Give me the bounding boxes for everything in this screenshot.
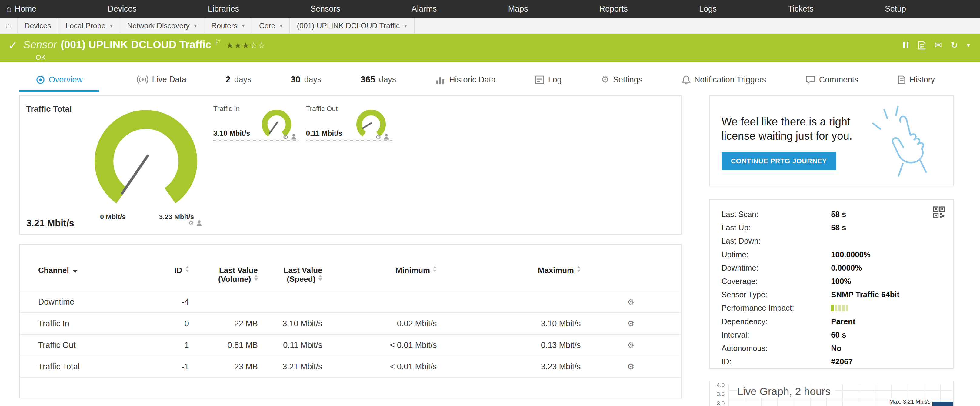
- flag-icon[interactable]: ⚐: [215, 36, 221, 48]
- live-graph-y-axis: 4.0 3.5 3.0: [713, 381, 725, 406]
- gauge-action-icons: ⚙: [375, 133, 389, 140]
- crumb-label: Network Discovery: [127, 22, 189, 30]
- status-check-icon: ✓: [8, 39, 18, 62]
- sensor-kind-label: Sensor: [23, 38, 57, 51]
- column-header-last-value-volume[interactable]: Last Value (Volume): [189, 263, 258, 291]
- tab-label: Overview: [49, 75, 83, 84]
- nav-reports[interactable]: Reports: [600, 4, 628, 14]
- tab-365-days[interactable]: 365 days: [360, 75, 398, 92]
- channel-settings-icon[interactable]: ⚙: [627, 298, 635, 307]
- report-icon[interactable]: [918, 41, 926, 50]
- nav-devices[interactable]: Devices: [108, 4, 136, 14]
- tab-log[interactable]: Log: [534, 75, 563, 92]
- nav-maps[interactable]: Maps: [508, 4, 528, 14]
- breadcrumb-routers[interactable]: Routers ▾: [204, 18, 252, 33]
- tab-live-data[interactable]: Live Data: [136, 75, 188, 92]
- nav-logs[interactable]: Logs: [699, 4, 717, 14]
- nav-tickets[interactable]: Tickets: [788, 4, 814, 14]
- overview-icon: [36, 75, 45, 84]
- user-icon[interactable]: [291, 134, 297, 140]
- chevron-down-icon[interactable]: ▾: [967, 41, 970, 49]
- cell-maximum: 3.10 Mbit/s: [437, 313, 581, 334]
- breadcrumb-devices[interactable]: Devices: [18, 18, 59, 33]
- gear-icon[interactable]: ⚙: [188, 220, 194, 227]
- tab-label: Historic Data: [449, 75, 496, 84]
- table-row-traffic-in[interactable]: Traffic In 0 22 MB 3.10 Mbit/s 0.02 Mbit…: [20, 313, 681, 334]
- column-header-id[interactable]: ID: [164, 263, 189, 291]
- sensor-title: (001) UPLINK DCLOUD Traffic: [60, 38, 211, 51]
- sort-icon: [318, 275, 322, 281]
- promo-line1: We feel like there is a right: [722, 115, 850, 128]
- tab-2-days[interactable]: 2 days: [224, 75, 253, 92]
- column-header-minimum[interactable]: Minimum: [322, 263, 437, 291]
- nav-sensors[interactable]: Sensors: [310, 4, 340, 14]
- column-header-maximum[interactable]: Maximum: [437, 263, 581, 291]
- detail-row-interval: Interval:60 s: [722, 328, 953, 341]
- detail-row-last-up: Last Up:58 s: [722, 221, 953, 234]
- channel-settings-icon[interactable]: ⚙: [627, 341, 635, 350]
- tab-notification-triggers[interactable]: Notification Triggers: [681, 75, 768, 92]
- y-tick: 3.0: [713, 400, 725, 406]
- tab-comments[interactable]: Comments: [804, 75, 860, 92]
- priority-stars[interactable]: ★★★☆☆: [226, 40, 266, 52]
- qr-code-icon[interactable]: [933, 206, 945, 218]
- hand-illustration: [868, 103, 949, 182]
- promo-text: We feel like there is a right license wa…: [722, 115, 853, 143]
- breadcrumb: ⌂ Devices Local Probe ▾ Network Discover…: [0, 18, 980, 34]
- promo-line2: license waiting just for you.: [722, 130, 853, 142]
- tab-historic-data[interactable]: Historic Data: [434, 75, 497, 92]
- nav-setup[interactable]: Setup: [885, 4, 906, 14]
- crumb-label: Devices: [25, 22, 51, 30]
- gauge-out-value: 0.11 Mbit/s: [306, 129, 342, 138]
- detail-row-last-scan: Last Scan:58 s: [722, 208, 953, 221]
- gear-icon: ⚙: [601, 75, 609, 84]
- column-header-last-value-speed[interactable]: Last Value (Speed): [258, 263, 323, 291]
- stars-filled: ★★★: [226, 41, 250, 50]
- refresh-icon[interactable]: ↻: [951, 41, 958, 50]
- tab-settings[interactable]: ⚙ Settings: [600, 75, 644, 92]
- nav-home[interactable]: ⌂ Home: [6, 4, 37, 14]
- crumb-label: Routers: [211, 22, 237, 30]
- user-icon[interactable]: [196, 220, 202, 226]
- pause-button[interactable]: [902, 40, 910, 51]
- column-header-channel[interactable]: Channel: [20, 263, 164, 291]
- detail-row-last-down: Last Down:: [722, 234, 953, 248]
- cell-maximum: [437, 291, 581, 313]
- tab-overview[interactable]: Overview: [19, 75, 99, 92]
- breadcrumb-core[interactable]: Core ▾: [252, 18, 290, 33]
- table-row-traffic-out[interactable]: Traffic Out 1 0.81 MB 0.11 Mbit/s < 0.01…: [20, 334, 681, 356]
- user-icon[interactable]: [383, 134, 390, 140]
- column-label: Channel: [38, 266, 69, 274]
- channel-settings-icon[interactable]: ⚙: [627, 319, 635, 328]
- detail-row-uptime: Uptime:100.0000%: [722, 248, 953, 261]
- gear-icon[interactable]: ⚙: [375, 133, 381, 140]
- comment-icon: [805, 75, 815, 84]
- breadcrumb-network-discovery[interactable]: Network Discovery ▾: [120, 18, 205, 33]
- gear-icon[interactable]: ⚙: [283, 133, 288, 140]
- gauges-panel: Traffic Total 0 Mbit/s 3.23 Mbit/s 3.21 …: [19, 95, 681, 234]
- tab-label: days: [379, 75, 396, 84]
- continue-prtg-journey-button[interactable]: CONTINUE PRTG JOURNEY: [722, 152, 836, 170]
- sort-icon: [254, 275, 258, 281]
- cell-maximum: 3.23 Mbit/s: [437, 356, 581, 377]
- table-row-downtime[interactable]: Downtime -4 ⚙: [20, 291, 681, 313]
- breadcrumb-local-probe[interactable]: Local Probe ▾: [59, 18, 120, 33]
- nav-libraries[interactable]: Libraries: [208, 4, 239, 14]
- tab-30-days[interactable]: 30 days: [290, 75, 323, 92]
- cell-channel: Downtime: [20, 291, 164, 313]
- detail-rows: Last Scan:58 s Last Up:58 s Last Down: U…: [710, 200, 953, 368]
- cell-speed: [258, 291, 323, 313]
- sensor-header-actions: ✉ ↻ ▾: [902, 40, 970, 51]
- channel-settings-icon[interactable]: ⚙: [627, 362, 635, 371]
- sort-icon: [433, 266, 437, 272]
- column-label: Last Value (Speed): [284, 266, 323, 283]
- nav-alarms[interactable]: Alarms: [412, 4, 437, 14]
- table-row-traffic-total[interactable]: Traffic Total -1 23 MB 3.21 Mbit/s < 0.0…: [20, 356, 681, 377]
- breadcrumb-sensor[interactable]: (001) UPLINK DCLOUD Traffic ▾: [290, 18, 415, 33]
- cell-speed: 3.10 Mbit/s: [258, 313, 323, 334]
- crumb-label: Core: [259, 22, 275, 30]
- email-icon[interactable]: ✉: [935, 41, 942, 50]
- tab-number: 365: [361, 75, 375, 84]
- tab-history[interactable]: History: [896, 75, 936, 92]
- breadcrumb-home[interactable]: ⌂: [0, 18, 18, 33]
